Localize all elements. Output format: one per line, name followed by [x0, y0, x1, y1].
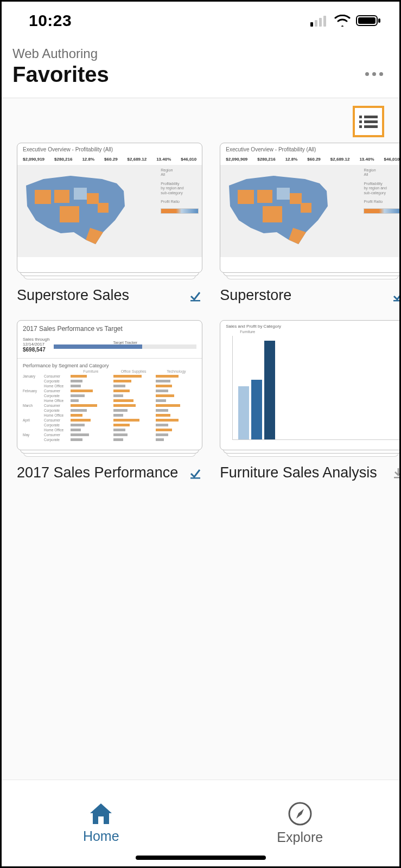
content-area: Executive Overview - Profitability (All)… — [2, 98, 399, 780]
workbook-title: Superstore — [220, 287, 291, 304]
downloaded-badge — [188, 466, 202, 480]
svg-rect-12 — [364, 125, 378, 128]
more-options-button[interactable] — [365, 72, 383, 87]
workbook-thumbnail: Executive Overview - Profitability (All)… — [17, 143, 202, 273]
legend-gradient — [364, 208, 399, 214]
svg-rect-5 — [358, 17, 375, 24]
workbook-card[interactable]: Executive Overview - Profitability (All)… — [220, 143, 399, 304]
workbook-card[interactable]: 2017 Sales Performance vs Target Sales t… — [17, 320, 202, 481]
bar-chart — [232, 336, 399, 440]
target-tracker-bar — [54, 344, 196, 349]
svg-rect-0 — [310, 22, 313, 27]
svg-rect-26 — [393, 300, 399, 302]
svg-rect-7 — [359, 116, 362, 118]
home-icon — [88, 802, 113, 825]
svg-rect-21 — [263, 206, 282, 222]
thumb-title: Executive Overview - Profitability (All) — [226, 146, 399, 152]
bottom-nav: Home Explore — [2, 780, 399, 866]
workbook-thumbnail: Sales and Profit by Category Furniture — [220, 320, 399, 450]
workbook-card[interactable]: Sales and Profit by Category Furniture F… — [220, 320, 399, 481]
download-icon — [392, 467, 399, 479]
page-header: Web Authoring Favorites — [2, 40, 399, 98]
workbook-title: Superstore Sales — [17, 287, 129, 304]
workbook-thumbnail: Executive Overview - Profitability (All)… — [220, 143, 399, 273]
thumb-title: Sales and Profit by Category — [220, 321, 399, 330]
checkmark-icon — [392, 290, 399, 302]
svg-rect-28 — [394, 477, 399, 478]
downloaded-badge — [391, 289, 399, 303]
svg-rect-6 — [378, 18, 380, 23]
workbook-title: 2017 Sales Performance — [17, 464, 178, 481]
workbook-card[interactable]: Executive Overview - Profitability (All)… — [17, 143, 202, 304]
svg-rect-8 — [364, 116, 378, 118]
thumb-title: Executive Overview - Profitability (All) — [23, 146, 198, 152]
svg-rect-3 — [323, 16, 326, 27]
svg-rect-15 — [54, 190, 69, 203]
svg-rect-24 — [301, 203, 311, 213]
svg-rect-23 — [290, 193, 302, 204]
us-map-icon — [22, 168, 130, 250]
svg-rect-13 — [35, 190, 51, 204]
svg-rect-27 — [190, 477, 200, 479]
svg-rect-22 — [257, 190, 272, 203]
header-subtitle: Web Authoring — [12, 46, 109, 61]
svg-rect-16 — [87, 193, 99, 204]
legend-gradient — [161, 208, 199, 214]
svg-rect-2 — [319, 18, 322, 27]
page-title: Favorites — [12, 62, 109, 87]
svg-rect-20 — [238, 190, 254, 204]
svg-rect-19 — [190, 300, 200, 302]
nav-explore[interactable]: Explore — [201, 780, 400, 866]
nav-home-label: Home — [83, 828, 119, 844]
workbook-title: Furniture Sales Analysis — [220, 464, 377, 481]
status-icons — [310, 15, 381, 27]
nav-home[interactable]: Home — [2, 780, 201, 866]
svg-rect-9 — [359, 120, 362, 123]
cell-signal-icon — [310, 15, 329, 27]
status-bar: 10:23 — [2, 2, 399, 40]
nav-explore-label: Explore — [277, 829, 323, 845]
battery-icon — [356, 15, 381, 27]
wifi-icon — [334, 15, 351, 27]
svg-rect-1 — [315, 20, 317, 27]
svg-rect-11 — [359, 125, 362, 128]
svg-rect-17 — [98, 203, 109, 213]
downloaded-badge — [188, 289, 202, 303]
workbook-thumbnail: 2017 Sales Performance vs Target Sales t… — [17, 320, 202, 450]
svg-rect-10 — [364, 120, 378, 123]
status-time: 10:23 — [29, 11, 72, 30]
svg-rect-14 — [60, 206, 79, 222]
download-badge[interactable] — [391, 466, 399, 480]
us-map-icon — [225, 168, 333, 250]
thumb-title: 2017 Sales Performance vs Target — [17, 321, 202, 337]
list-icon — [359, 114, 378, 129]
home-indicator[interactable] — [136, 856, 266, 860]
svg-rect-18 — [74, 188, 87, 200]
checkmark-icon — [189, 290, 201, 302]
svg-rect-25 — [277, 188, 290, 200]
compass-icon — [288, 801, 313, 826]
list-view-toggle[interactable] — [353, 106, 384, 137]
favorites-grid: Executive Overview - Profitability (All)… — [17, 143, 384, 481]
checkmark-icon — [189, 467, 201, 479]
